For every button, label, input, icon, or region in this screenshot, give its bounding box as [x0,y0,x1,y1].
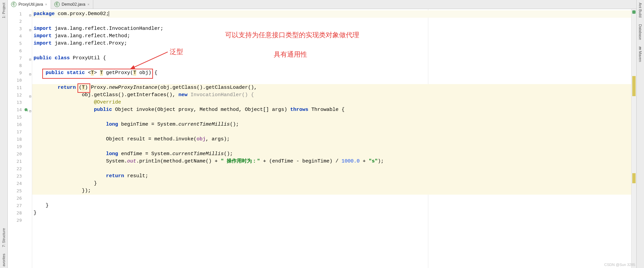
code-line: Object result = method.invoke(obj, args)… [32,136,631,143]
code-line: } [32,209,631,217]
code-line: import java.lang.reflect.Method; [32,32,631,40]
code-line: obj.getClass().getInterfaces(), new Invo… [32,91,631,99]
code-text[interactable]: package com.proxy.Demo02; import java.la… [32,9,631,268]
code-line: @Override [32,99,631,106]
tab-proxyutil[interactable]: C ProxyUtil.java × [8,0,51,9]
editor-tabs: C ProxyUtil.java × C Demo02.java × [8,0,636,9]
code-line: System.out.println(method.getName() + " … [32,158,631,165]
code-line [32,195,631,202]
code-line [32,217,631,224]
code-line [32,114,631,121]
code-line: public Object invoke(Object proxy, Metho… [32,106,631,114]
tool-database[interactable]: Database [638,23,642,41]
code-line [32,143,631,150]
tool-structure[interactable]: 7: Structure [2,227,6,249]
stripe-warn-mark [632,76,636,96]
code-line [32,47,631,55]
tab-label: Demo02.java [62,2,86,7]
tool-maven[interactable]: m Maven [638,45,642,63]
tool-ant-build[interactable]: Ant Build [638,1,642,19]
code-line: } [32,180,631,187]
code-line [32,128,631,136]
close-icon[interactable]: × [45,2,47,6]
code-line: return (T) Proxy.newProxyInstance(obj.ge… [32,84,631,91]
code-line [32,165,631,173]
overview-ruler[interactable] [631,9,636,268]
gutter[interactable]: 1⊟23⊟4567⊟89⊟101112⊟1314⊟↑15161718192021… [8,9,32,268]
code-line: import java.lang.reflect.Proxy; [32,40,631,47]
code-body: 1⊟23⊟4567⊟89⊟101112⊟1314⊟↑15161718192021… [8,9,636,268]
java-class-icon: C [11,2,16,7]
close-icon[interactable]: × [88,2,90,6]
code-line [32,62,631,69]
code-line [32,18,631,25]
java-class-icon: C [54,2,60,7]
code-line: long endTime = System.currentTimeMillis(… [32,150,631,158]
code-line: long beginTime = System.currentTimeMilli… [32,121,631,128]
tab-label: ProxyUtil.java [18,2,43,7]
tool-favorites[interactable]: avorites [2,252,6,268]
code-line: return result; [32,173,631,180]
right-tool-strip: Ant Build Database m Maven [636,0,644,268]
stripe-warn-mark [632,173,636,183]
left-tool-strip: 1: Project 7: Structure avorites [0,0,8,268]
stripe-ok-icon [632,10,636,14]
code-line: public static <T> T getProxy(T obj) { [32,69,631,77]
code-line: }); [32,187,631,195]
code-line: } [32,202,631,209]
watermark: CSDN @Sun 3285 [604,263,636,267]
code-line: public class ProxyUtil { [32,55,631,62]
editor-area: C ProxyUtil.java × C Demo02.java × 1⊟23⊟… [8,0,636,268]
code-line: import java.lang.reflect.InvocationHandl… [32,25,631,32]
tab-demo02[interactable]: C Demo02.java × [51,0,93,9]
tool-project[interactable]: 1: Project [2,1,6,19]
code-line: package com.proxy.Demo02; [32,10,631,18]
code-line [32,77,631,84]
